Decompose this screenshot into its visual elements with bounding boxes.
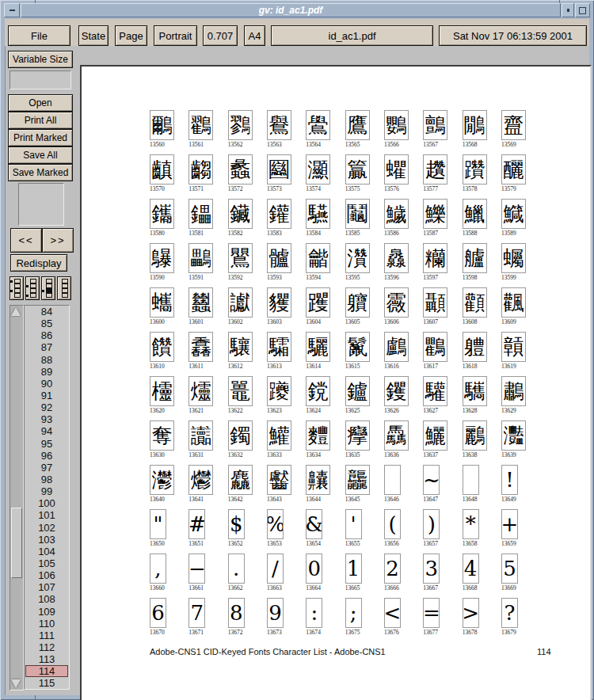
char-glyph: 馫	[191, 333, 211, 360]
char-glyph: 爩	[191, 466, 211, 493]
page-list-item[interactable]: 91	[25, 390, 69, 401]
page-list-item[interactable]: 112	[25, 641, 69, 653]
page-list-item[interactable]: 103	[25, 534, 69, 546]
state-menu-button[interactable]: State	[78, 25, 109, 46]
page-list-item[interactable]: 88	[25, 354, 69, 366]
page-list-item[interactable]: 113	[25, 653, 69, 665]
char-glyph: 奪	[152, 422, 173, 449]
page-list-item[interactable]: 87	[25, 341, 69, 353]
page-list-item[interactable]: 108	[25, 593, 69, 605]
char-glyph-box: ?	[501, 598, 518, 628]
page-list-item[interactable]: 85	[25, 318, 69, 329]
char-cell: 413668	[463, 554, 501, 592]
page-list-item[interactable]: 110	[25, 618, 69, 630]
next-page-button[interactable]: >>	[42, 228, 74, 253]
page-list-item[interactable]: 115	[25, 677, 69, 689]
page-list-item[interactable]: 100	[25, 497, 69, 509]
page-list-item[interactable]: 99	[25, 485, 69, 497]
page-list-item[interactable]: 94	[25, 425, 69, 437]
scroll-up-icon[interactable]	[11, 307, 21, 316]
page-list-item[interactable]: 93	[25, 413, 69, 425]
page-list-item[interactable]: 86	[25, 329, 69, 341]
char-glyph-box: #	[188, 509, 205, 539]
scale-button[interactable]: 0.707	[203, 25, 238, 46]
magnifier-box[interactable]	[18, 183, 64, 226]
cid-label: 13607	[423, 318, 462, 325]
char-cell: 龘13645	[345, 465, 384, 503]
page-list-item[interactable]: 101	[25, 509, 69, 521]
char-row: 奪13630讟13631鐲13632鱹13633麷13634癴13635驫136…	[150, 420, 540, 458]
char-glyph-box: 爩	[188, 465, 213, 495]
cid-label: 13590	[150, 274, 188, 281]
print-marked-button[interactable]: Print Marked	[8, 129, 73, 146]
minimize-button[interactable]	[562, 3, 574, 17]
page-list-item[interactable]: 84	[25, 306, 69, 318]
variable-size-button[interactable]: Variable Size	[8, 51, 73, 68]
page-list-item[interactable]: 97	[25, 462, 69, 474]
page-list-item[interactable]: 107	[25, 581, 69, 593]
char-cell: 蠾13599	[501, 243, 540, 281]
char-cell: 613670	[150, 598, 188, 636]
page-list-scrollbar[interactable]	[10, 305, 24, 690]
cid-label: 13628	[463, 407, 501, 414]
page-list-item[interactable]: 89	[25, 366, 69, 378]
page-list-item[interactable]: 92	[25, 401, 69, 413]
char-row: 鸍13560鸐13561鷚13562鸒13563鷽13564鷹13565鸚135…	[150, 110, 540, 148]
char-glyph: 鷫	[503, 378, 524, 405]
char-glyph-box: 5	[501, 554, 518, 584]
page-list-item[interactable]: 98	[25, 474, 69, 485]
document-viewport[interactable]: 鸍13560鸐13561鷚13562鸒13563鷽13564鷹13565鸚135…	[80, 65, 592, 700]
print-all-button[interactable]: Print All	[8, 112, 73, 129]
maximize-button[interactable]	[575, 3, 590, 17]
scrollbar-thumb[interactable]	[11, 508, 22, 578]
page-list-item[interactable]: 102	[25, 522, 69, 534]
mark-current-button[interactable]	[41, 276, 55, 300]
unmark-all-button[interactable]	[57, 276, 71, 300]
page-list-item[interactable]: 104	[25, 546, 69, 557]
paper-size-button[interactable]: A4	[244, 25, 265, 46]
char-cell: #13651	[188, 509, 227, 547]
char-glyph: .	[233, 555, 239, 582]
char-glyph: 钁	[386, 378, 406, 405]
orientation-button[interactable]: Portrait	[154, 25, 197, 46]
page-list-item[interactable]: 90	[25, 378, 69, 390]
char-glyph: 鸕	[386, 333, 406, 360]
window-menu-button[interactable]	[4, 3, 20, 17]
char-cell: 顳13607	[423, 287, 462, 325]
mark-odd-button[interactable]	[10, 276, 24, 300]
page-list-item[interactable]: 109	[25, 606, 69, 618]
scroll-down-icon[interactable]	[11, 679, 21, 688]
page-list-item[interactable]: 95	[25, 438, 69, 450]
page-menu-button[interactable]: Page	[115, 25, 147, 46]
char-glyph-box: >	[463, 598, 479, 628]
char-glyph: 趲	[425, 156, 446, 183]
page-list-item[interactable]: 114	[25, 665, 68, 677]
save-marked-button[interactable]: Save Marked	[8, 164, 73, 181]
char-cell: 蠷13576	[384, 154, 423, 192]
cid-label: 13586	[384, 230, 423, 237]
mark-even-button[interactable]	[25, 276, 40, 300]
char-cell: 齍13569	[501, 110, 540, 148]
cid-label: 13566	[384, 141, 423, 148]
marker-row-icon	[62, 289, 68, 292]
char-glyph: 艫	[464, 245, 485, 272]
page-list-item[interactable]: 111	[25, 630, 69, 641]
char-glyph: 蠡	[230, 156, 250, 183]
char-cell: 驪13614	[306, 332, 345, 370]
save-all-button[interactable]: Save All	[8, 146, 73, 164]
char-glyph-box: 齾	[267, 465, 291, 495]
page-list-item[interactable]: 106	[25, 569, 69, 581]
open-button[interactable]: Open	[8, 94, 73, 112]
prev-page-button[interactable]: <<	[10, 228, 42, 253]
page-list-item[interactable]: 96	[25, 450, 69, 462]
redisplay-button[interactable]: Redisplay	[10, 254, 67, 272]
char-cell: :13674	[306, 598, 345, 636]
page-list-item[interactable]: 105	[25, 557, 69, 569]
char-glyph: 饡	[152, 333, 173, 360]
char-glyph-box: 躨	[267, 376, 291, 406]
cid-label: 13613	[267, 363, 306, 370]
char-cell: 鱺13637	[423, 420, 462, 458]
cid-label: 13633	[267, 451, 306, 458]
file-menu-button[interactable]: File	[8, 25, 70, 46]
marker-dot-icon	[10, 280, 13, 283]
